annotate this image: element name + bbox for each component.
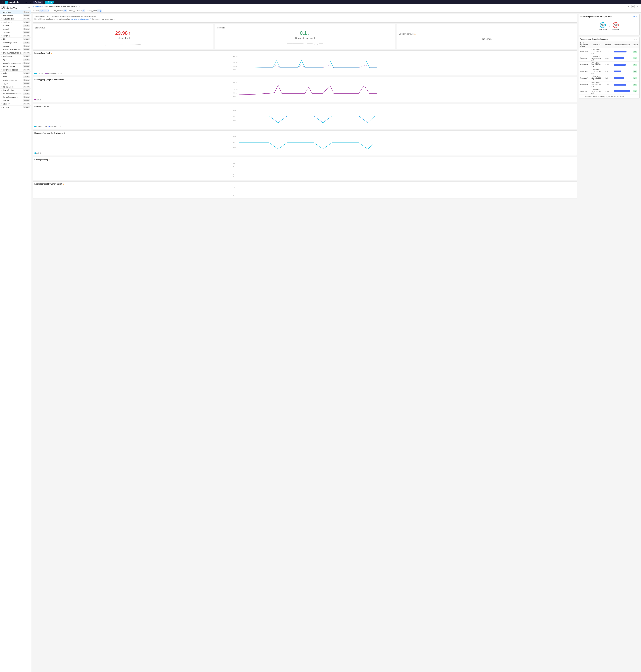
- sidebar-item[interactable]: › cluster2 Service: [0, 27, 31, 31]
- edit-icon[interactable]: ✎: [79, 5, 80, 8]
- trace-breakdown: [613, 48, 631, 55]
- sidebar-item[interactable]: › cluster1 Service: [0, 24, 31, 27]
- traces-card: Traces going through alpha-auto ⏱ -5h Ro…: [579, 37, 640, 98]
- dep-arrow: →: [608, 25, 611, 28]
- traces-time[interactable]: ⏱ -5h: [633, 38, 638, 40]
- sidebar-item-name: web-svc: [3, 106, 23, 108]
- sidebar-item[interactable]: › web-svc Service: [0, 106, 31, 109]
- dep-label-send: send_e-thru: [599, 29, 607, 30]
- sidebar-item[interactable]: › water-svc Service: [0, 102, 31, 106]
- sidebar-item[interactable]: › coffee-svc Service: [0, 31, 31, 34]
- dashboard-link[interactable]: "Service health across ...": [71, 18, 91, 20]
- sidebar-item[interactable]: › alpha-auto Service: [0, 10, 31, 14]
- new-button[interactable]: + New: [45, 1, 54, 3]
- next-arrow[interactable]: →: [583, 96, 585, 98]
- sidebar-item-badge: Service: [23, 52, 30, 54]
- col-started[interactable]: ↕ Started At: [590, 41, 603, 48]
- dep-node-alpha: alpha-auto alpha-auto: [612, 22, 619, 30]
- sidebar-item-arrow: ›: [1, 11, 2, 13]
- duration-bar: [614, 71, 621, 72]
- sidebar-item[interactable]: › beta-manual Service: [0, 14, 31, 17]
- sidebar-item[interactable]: › route Service: [0, 75, 31, 79]
- stack-icon[interactable]: ⊟: [29, 1, 32, 4]
- sidebar-item-arrow: ›: [1, 69, 2, 71]
- requests-env-chart-card: Requests [per sec] By Environment 0.15 0…: [33, 130, 577, 156]
- sidebar-item[interactable]: › service-b-auto-svc Service: [0, 79, 31, 82]
- sidebar-item-name: featureflagservice: [3, 42, 23, 44]
- sidebar-item[interactable]: › paymentservice Service: [0, 65, 31, 68]
- sidebar-item-name: vote-bot: [3, 99, 23, 101]
- sidebar-item[interactable]: › frontend Service: [0, 44, 31, 48]
- grid-icon[interactable]: ⊞: [25, 1, 28, 4]
- deps-time-range[interactable]: ⏱ -5d: [633, 16, 638, 17]
- sidebar-item[interactable]: › lambdaCheckCakesFunction Service: [0, 51, 31, 55]
- sidebar-item-badge: Service: [23, 58, 30, 61]
- sidebar-item[interactable]: › customer Service: [0, 34, 31, 38]
- sidebar-list: › alpha-auto Service › beta-manual Servi…: [0, 10, 31, 672]
- sidebar-item[interactable]: › featureflagservice Service: [0, 41, 31, 44]
- more-btn[interactable]: ⋮: [636, 5, 639, 8]
- sidebar-item-arrow: ›: [1, 25, 2, 27]
- home-icon[interactable]: ⌂: [21, 1, 24, 3]
- sidebar-item[interactable]: › sql_ffs Service: [0, 82, 31, 85]
- filter-icon[interactable]: ⊟: [28, 6, 30, 9]
- filter-value[interactable]: avg: [97, 10, 101, 12]
- sidebar-item-arrow: ›: [1, 52, 2, 54]
- trace-operation: /service-a*: [579, 82, 590, 88]
- sidebar-item-name: cluster1: [3, 25, 23, 27]
- sidebar-item-name: route: [3, 76, 23, 78]
- requests-svg: 0.15 0.1 0.05: [35, 109, 576, 125]
- sidebar-item[interactable]: › the-cashdesk Service: [0, 85, 31, 88]
- sidebar-item-name: opentelemetry.proto.collector.metrics.v1…: [3, 62, 23, 64]
- sidebar-item-arrow: ›: [1, 72, 2, 74]
- filter-value[interactable]: alpha-auto: [39, 10, 49, 12]
- duration-bar: [614, 64, 626, 66]
- sidebar-item[interactable]: › driver Service: [0, 38, 31, 41]
- breadcrumb-link[interactable]: Dashboards: [33, 5, 43, 8]
- sidebar-item-arrow: ›: [1, 62, 2, 64]
- sidebar-item[interactable]: › opentelemetry.proto.collector.metrics.…: [0, 61, 31, 65]
- filter-value[interactable]: 15: [64, 10, 67, 12]
- sidebar-item-badge: Service: [23, 99, 30, 101]
- table-row[interactable]: /service-a* 17/05/2023 12:42:11:956 AM 3…: [579, 82, 639, 88]
- table-row[interactable]: /service-a* 17/05/2023 12:43:52:081 AM 2…: [579, 55, 639, 61]
- sidebar-item[interactable]: › mysql Service: [0, 58, 31, 61]
- sidebar-item[interactable]: › machine-svc Service: [0, 55, 31, 58]
- sidebar-item[interactable]: › postgresql_account Service: [0, 68, 31, 72]
- sidebar-item[interactable]: › the-coffee-bar Service: [0, 88, 31, 92]
- sidebar-item[interactable]: › the-coffee-bar-frontend Service: [0, 92, 31, 95]
- sidebar-item[interactable]: › lambdaCakesFunction Service: [0, 48, 31, 51]
- nav-arrows: ← →: [580, 96, 585, 98]
- errors-chart: 10 8 2 0: [35, 162, 576, 178]
- duration-bar: [614, 84, 626, 86]
- prev-arrow[interactable]: ←: [580, 96, 582, 98]
- filter-value[interactable]: 4: [82, 10, 85, 12]
- sidebar-item-badge: Service: [23, 42, 30, 44]
- sidebar-item-name: calculator-svc: [3, 18, 23, 20]
- sidebar-item[interactable]: › charlie-manual Service: [0, 20, 31, 24]
- refresh-btn[interactable]: ↻: [631, 5, 635, 8]
- trace-breakdown: [613, 75, 631, 82]
- sidebar-item-badge: Service: [23, 75, 30, 78]
- sidebar-item-badge: Service: [23, 79, 30, 81]
- sidebar-item[interactable]: › the-coffee-machine Service: [0, 95, 31, 99]
- traces-header-row: Root Operation Name ↕ Started At Duratio…: [579, 41, 639, 48]
- table-row[interactable]: /service-a* 17/05/2023 12:42:21:996 AM 2…: [579, 75, 639, 82]
- sidebar-item[interactable]: › redis Service: [0, 72, 31, 75]
- time-range-btn[interactable]: -3h: [626, 5, 630, 8]
- table-row[interactable]: /service-a* 17/05/2023 12:42:01:875 AM 7…: [579, 88, 639, 95]
- hamburger-icon[interactable]: ☰: [1, 1, 3, 3]
- table-row[interactable]: /service-a* 17/05/2023 12:32:02:026 AM 1…: [579, 68, 639, 75]
- sidebar-item-badge: Service: [23, 55, 30, 57]
- table-row[interactable]: /service-a* 17/05/2023 12:42:42:046 AM 3…: [579, 61, 639, 68]
- trace-operation: /service-a*: [579, 48, 590, 55]
- description-line2: For additional breakdowns - select aprop…: [35, 18, 576, 20]
- sidebar-item[interactable]: › vote-bot Service: [0, 99, 31, 102]
- sidebar-item-badge: Service: [23, 21, 30, 23]
- sidebar-item[interactable]: › calculator-svc Service: [0, 17, 31, 20]
- sidebar-item-arrow: ›: [1, 42, 2, 43]
- latency-value: 29.98 ↑: [115, 30, 131, 36]
- table-row[interactable]: /service-a* 17/05/2023 12:43:02:109 AM 3…: [579, 48, 639, 55]
- trace-status: 200: [631, 55, 639, 61]
- explore-tab[interactable]: Explore: [33, 1, 43, 3]
